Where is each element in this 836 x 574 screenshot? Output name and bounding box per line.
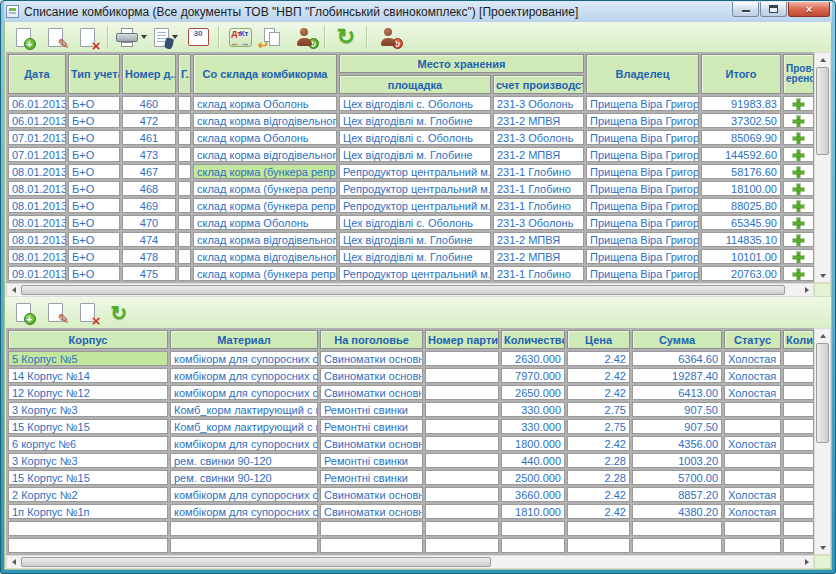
add-row-button[interactable] [7, 299, 39, 326]
edit-document-button[interactable] [39, 24, 71, 51]
cell-batch[interactable] [425, 368, 499, 383]
cell-total[interactable]: 18100.00 [701, 181, 781, 196]
cell-total[interactable]: 58176.60 [701, 164, 781, 179]
cell-total[interactable]: 85069.90 [701, 130, 781, 145]
cell-sum[interactable]: 19287.40 [632, 368, 722, 383]
documents-horizontal-scrollbar[interactable] [6, 283, 814, 297]
cell-acc[interactable]: 231-3 Оболонь [493, 215, 584, 230]
cell-date[interactable]: 07.01.2013 [8, 130, 66, 145]
cell-type[interactable]: Б+О [68, 96, 120, 111]
cell-type[interactable]: Б+О [68, 181, 120, 196]
cell-owner[interactable]: Прищепа Віра Григорівна [586, 232, 699, 247]
cell-checked[interactable] [783, 181, 814, 196]
cell-date[interactable]: 08.01.2013 [8, 249, 66, 264]
cell-status[interactable] [724, 470, 781, 485]
cell-date[interactable]: 08.01.2013 [8, 181, 66, 196]
cell-owner[interactable]: Прищепа Віра Григорівна [586, 266, 699, 281]
cell-material[interactable]: комбікорм для супоросних свин... [170, 351, 318, 366]
cell-korpus[interactable]: 2 Корпус №2 [8, 487, 168, 502]
cell-g[interactable] [178, 96, 191, 111]
cell-herd[interactable]: Ремонтні свинки [320, 402, 423, 417]
scroll-left-button[interactable] [7, 556, 20, 568]
cell-qty[interactable]: 2500.000 [501, 470, 565, 485]
cell-type[interactable]: Б+О [68, 130, 120, 145]
cell-owner[interactable]: Прищепа Віра Григорівна [586, 96, 699, 111]
cell-total[interactable]: 91983.83 [701, 96, 781, 111]
col-header-from-warehouse[interactable]: Со склада комбикорма [193, 54, 337, 94]
cell-owner[interactable]: Прищепа Віра Григорівна [586, 215, 699, 230]
horizontal-scrollbar-thumb[interactable] [21, 285, 785, 295]
cell-g[interactable] [178, 215, 191, 230]
cell-status[interactable]: Холостая [724, 436, 781, 451]
cell-status[interactable]: Холостая [724, 351, 781, 366]
cell-num[interactable]: 468 [122, 181, 176, 196]
cell-type[interactable]: Б+О [68, 266, 120, 281]
cell-sum[interactable]: 8857.20 [632, 487, 722, 502]
col-header-production-account[interactable]: счет производства [493, 75, 584, 94]
col-header-material[interactable]: Материал [170, 330, 318, 349]
col-header-herd[interactable]: На поголовье [320, 330, 423, 349]
cell-checked[interactable] [783, 215, 814, 230]
cell-owner[interactable]: Прищепа Віра Григорівна [586, 249, 699, 264]
cell-sum[interactable]: 4380.20 [632, 504, 722, 519]
cell-wh[interactable]: склад корма відгодівельного [193, 232, 337, 247]
cell-site[interactable]: Цех відгодівлі м. Глобине [339, 232, 491, 247]
cell-total[interactable]: 10101.00 [701, 249, 781, 264]
cell-num[interactable]: 461 [122, 130, 176, 145]
cell-date[interactable]: 06.01.2013 [8, 96, 66, 111]
cell-g[interactable] [178, 164, 191, 179]
cell-material[interactable]: комбікорм для супоросних свин... [170, 368, 318, 383]
cell-num[interactable]: 475 [122, 266, 176, 281]
cell-total[interactable]: 144592.60 [701, 147, 781, 162]
cell-sum[interactable]: 6364.60 [632, 351, 722, 366]
cell-korpus[interactable]: 12 Корпус №12 [8, 385, 168, 400]
cell-wh[interactable]: склад корма (бункера репродук... [193, 266, 337, 281]
scroll-right-button[interactable] [800, 284, 813, 296]
cell-sum[interactable]: 6413.00 [632, 385, 722, 400]
cell-site[interactable]: Цех відгодівлі с. Оболонь [339, 215, 491, 230]
cell-status[interactable]: Холостая [724, 385, 781, 400]
scroll-down-button[interactable] [815, 269, 830, 282]
col-header-account-type[interactable]: Тип учета [68, 54, 120, 94]
debit-credit-button[interactable]: Дт Кт [224, 24, 256, 51]
vertical-scrollbar-thumb[interactable] [816, 67, 829, 155]
cell-wh[interactable]: склад корма відгодівельного [193, 113, 337, 128]
cell-status[interactable]: Холостая [724, 504, 781, 519]
cell-sum[interactable]: 4356.00 [632, 436, 722, 451]
col-header-date[interactable]: Дата [8, 54, 66, 94]
cell-status[interactable] [724, 453, 781, 468]
cell-qty2[interactable] [783, 385, 814, 400]
cell-site[interactable]: Цех відгодівлі м. Глобине [339, 113, 491, 128]
cell-checked[interactable] [783, 198, 814, 213]
cell-type[interactable]: Б+О [68, 147, 120, 162]
period-calendar-button[interactable]: 30 [182, 24, 214, 51]
cell-num[interactable]: 460 [122, 96, 176, 111]
col-header-number[interactable]: Номер д... [122, 54, 176, 94]
cell-qty[interactable]: 7970.000 [501, 368, 565, 383]
cell-g[interactable] [178, 113, 191, 128]
cell-qty[interactable]: 2650.000 [501, 385, 565, 400]
cell-num[interactable]: 469 [122, 198, 176, 213]
details-horizontal-scrollbar[interactable] [6, 555, 814, 569]
cell-batch[interactable] [425, 385, 499, 400]
cell-status[interactable]: Холостая [724, 487, 781, 502]
col-header-qty[interactable]: Количество [501, 330, 565, 349]
cell-korpus[interactable]: 5 Корпус №5 [8, 351, 168, 366]
cell-qty2[interactable] [783, 436, 814, 451]
cell-g[interactable] [178, 130, 191, 145]
col-header-price[interactable]: Цена [567, 330, 630, 349]
cell-qty2[interactable] [783, 470, 814, 485]
cell-type[interactable]: Б+О [68, 232, 120, 247]
col-header-korpus[interactable]: Корпус [8, 330, 168, 349]
cell-site[interactable]: Цех відгодівлі м. Глобине [339, 147, 491, 162]
cell-num[interactable]: 474 [122, 232, 176, 247]
cell-herd[interactable]: Свиноматки основні [320, 385, 423, 400]
documents-vertical-scrollbar[interactable] [814, 52, 831, 283]
cell-num[interactable]: 467 [122, 164, 176, 179]
cell-sum[interactable]: 1003.20 [632, 453, 722, 468]
cell-site[interactable]: Репродуктор центральний м. Гло... [339, 181, 491, 196]
cell-owner[interactable]: Прищепа Віра Григорівна [586, 130, 699, 145]
cell-qty[interactable]: 330.000 [501, 402, 565, 417]
cell-price[interactable]: 2.42 [567, 504, 630, 519]
cell-qty[interactable]: 330.000 [501, 419, 565, 434]
